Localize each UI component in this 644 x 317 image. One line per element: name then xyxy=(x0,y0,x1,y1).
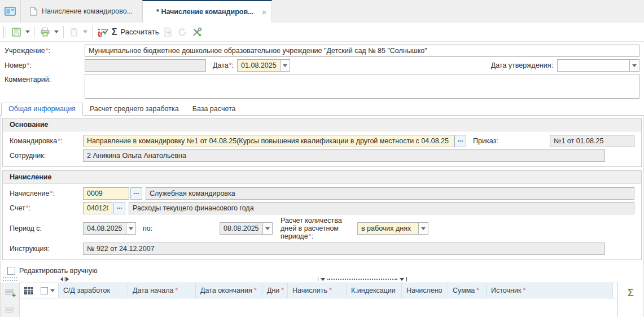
paste-button[interactable] xyxy=(67,25,81,39)
approval-date-dropdown-button[interactable] xyxy=(629,59,639,72)
tab-calculation-base[interactable]: База расчета xyxy=(186,103,243,115)
approval-date-input[interactable] xyxy=(557,59,629,72)
table-settings-cell[interactable] xyxy=(20,283,37,298)
vertical-collapse-grip[interactable] xyxy=(318,277,407,281)
employee-field: 2 Аникина Ольга Анатольевна xyxy=(83,149,605,162)
print-menu-button[interactable] xyxy=(52,25,60,39)
column-header-start-date[interactable]: Дата начала* xyxy=(128,283,196,298)
paste-menu-button[interactable] xyxy=(81,25,89,39)
group-basis-title: Основание xyxy=(3,118,641,131)
collapse-down-icon xyxy=(321,278,325,281)
sigma-icon: Σ xyxy=(112,27,117,37)
account-input[interactable] xyxy=(83,202,112,214)
resize-bar xyxy=(64,277,64,281)
add-row-button[interactable] xyxy=(3,286,17,300)
day-calc-dropdown-button[interactable] xyxy=(418,222,428,235)
detail-table: С/Д заработок Дата начала* Дата окончани… xyxy=(20,283,617,317)
settings-button[interactable] xyxy=(190,25,204,39)
institution-input[interactable] xyxy=(85,45,639,57)
control-check-button[interactable] xyxy=(95,25,110,39)
add-row-icon xyxy=(5,288,16,298)
show-panels-button[interactable] xyxy=(0,0,21,23)
trip-input[interactable] xyxy=(83,135,454,147)
table-body-empty[interactable] xyxy=(20,298,617,317)
select-all-cell[interactable] xyxy=(37,283,58,298)
approval-date-label: Дата утверждения: xyxy=(491,61,554,69)
toolbar-separator xyxy=(92,26,93,38)
select-all-checkbox[interactable] xyxy=(41,287,48,294)
manual-edit-checkbox-row[interactable]: Редактировать вручную xyxy=(7,267,643,275)
save-icon xyxy=(11,27,21,37)
resize-bar xyxy=(406,277,407,281)
column-header-sd-earnings[interactable]: С/Д заработок xyxy=(58,283,128,298)
accrual-code-browse-button[interactable]: ... xyxy=(130,187,142,200)
document-arrow-icon xyxy=(163,27,173,37)
window-tab-bar: Начисление командирово... * Начисление к… xyxy=(0,0,644,23)
window-tab-active[interactable]: * Начисление командиров... × xyxy=(142,0,272,23)
account-desc-field: Расходы текущего финансового года xyxy=(129,202,634,214)
tab-general-info[interactable]: Общая информация xyxy=(1,103,83,116)
resize-bar xyxy=(65,277,65,281)
table-left-toolbar xyxy=(1,283,20,317)
period-to-dropdown-button[interactable] xyxy=(262,222,273,235)
period-from-combo xyxy=(83,222,136,235)
tab-average-earnings[interactable]: Расчет среднего заработка xyxy=(83,103,186,115)
toolbar-grip[interactable] xyxy=(3,27,6,38)
document-icon xyxy=(30,7,37,16)
print-button[interactable] xyxy=(38,25,52,39)
column-header-indexation[interactable]: К.индексации xyxy=(347,283,402,298)
document-transfer-button[interactable] xyxy=(160,25,175,39)
calculate-button[interactable]: Σ Рассчитать xyxy=(110,25,160,39)
order-field: №1 от 01.08.25 xyxy=(550,135,634,147)
horizontal-resize-grip[interactable] xyxy=(60,277,69,281)
instruction-label: Инструкция: xyxy=(10,245,83,253)
table-grid-icon xyxy=(24,287,33,294)
account-label: Счет*: xyxy=(10,204,83,212)
save-button[interactable] xyxy=(9,25,24,39)
manual-edit-label: Редактировать вручную xyxy=(19,267,98,275)
group-basis: Основание Командировка*: ... Приказ: №1 … xyxy=(2,118,642,167)
period-from-dropdown-button[interactable] xyxy=(126,222,136,235)
column-header-accrued[interactable]: Начислено xyxy=(402,283,448,298)
manual-edit-checkbox[interactable] xyxy=(7,267,15,275)
account-browse-button[interactable]: ... xyxy=(113,202,125,214)
column-header-amount[interactable]: Сумма* xyxy=(448,283,487,298)
comment-label: Комментарий: xyxy=(5,74,85,83)
column-header-days[interactable]: Дни* xyxy=(262,283,288,298)
chevron-down-icon xyxy=(265,227,270,230)
splitter-dots xyxy=(327,279,397,280)
clipboard-icon xyxy=(69,27,79,37)
tab-page-general: Основание Командировка*: ... Приказ: №1 … xyxy=(0,116,644,317)
trip-label: Командировка*: xyxy=(10,137,83,145)
detail-table-zone: С/Д заработок Дата начала* Дата окончани… xyxy=(1,283,643,317)
employee-label: Сотрудник: xyxy=(10,152,83,160)
window-tab-inactive[interactable]: Начисление командирово... xyxy=(21,0,142,23)
comment-input[interactable] xyxy=(85,74,639,99)
collapse-down-icon xyxy=(400,278,404,281)
date-dropdown-button[interactable] xyxy=(280,59,290,72)
column-header-end-date[interactable]: Дата окончания* xyxy=(196,283,262,298)
resize-left-icon xyxy=(60,277,63,281)
accrual-code-input[interactable] xyxy=(83,187,129,200)
toolbar-separator xyxy=(63,26,64,38)
column-header-accrue[interactable]: Начислить* xyxy=(288,283,347,298)
table-header-row: С/Д заработок Дата начала* Дата окончани… xyxy=(20,283,617,298)
chevron-down-icon[interactable] xyxy=(50,289,55,292)
document-header-form: Учреждение*: Номер*: Дата*: Дата утвержд… xyxy=(0,42,644,102)
day-calc-input[interactable] xyxy=(357,222,418,235)
chevron-down-icon xyxy=(54,30,59,33)
refresh-button[interactable] xyxy=(175,25,190,39)
duplicate-row-button[interactable] xyxy=(3,304,17,317)
panel-grip[interactable] xyxy=(3,277,17,281)
period-to-label: по: xyxy=(143,224,216,232)
number-input[interactable] xyxy=(85,59,206,72)
save-menu-button[interactable] xyxy=(24,25,32,39)
period-to-input[interactable] xyxy=(220,222,262,235)
period-from-input[interactable] xyxy=(83,222,126,235)
column-header-source[interactable]: Источник* xyxy=(487,283,613,298)
table-right-rail: Σ (i) xyxy=(617,283,643,317)
trip-browse-button[interactable]: ... xyxy=(454,135,466,147)
totals-sigma-icon[interactable]: Σ xyxy=(628,287,634,299)
date-input[interactable] xyxy=(237,59,280,72)
close-icon[interactable]: × xyxy=(262,8,267,16)
